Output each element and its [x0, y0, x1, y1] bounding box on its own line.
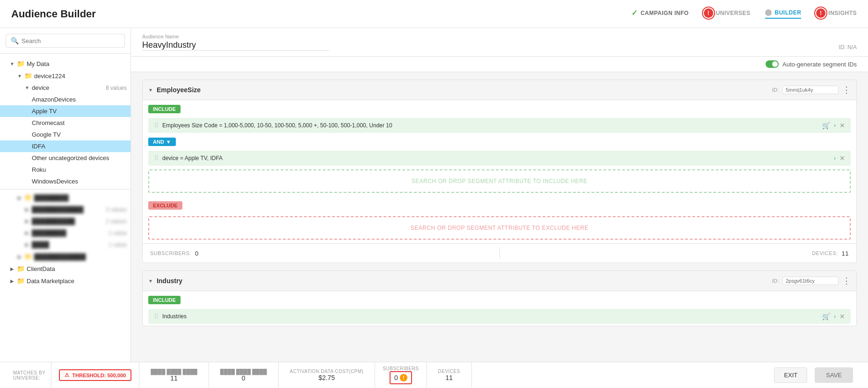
client-data-label: ClientData: [27, 265, 55, 272]
blurred-label: ████████: [32, 229, 66, 236]
list-item[interactable]: Chromecast: [0, 117, 130, 129]
tree-item-device1224[interactable]: ▼ 📁 device1224: [0, 70, 130, 82]
threshold-text: THRESHOLD: 500,000: [72, 373, 126, 378]
include-section: INCLUDE ⠿ Employees Size Code = 1,000-5,…: [143, 100, 856, 133]
search-wrapper: 🔍: [6, 34, 125, 48]
drag-handle-icon[interactable]: ⠿: [154, 154, 159, 162]
audience-id: ID: N/A: [839, 44, 857, 51]
and-button[interactable]: AND ▼: [148, 138, 176, 146]
tree-item-blurred-sub4[interactable]: ▶ ████ 1 value: [0, 239, 130, 250]
tree-item-blurred-sub2[interactable]: ▶ ██████████ 2 values: [0, 215, 130, 227]
top-header: Audience Builder ✓ CAMPAIGN INFO ! UNIVE…: [0, 0, 868, 28]
segment-id-label: ID:: [772, 278, 779, 284]
tree-container: ▼ 📁 My Data ▼ 📁 device1224 ▼ device 8 va…: [0, 54, 130, 362]
list-item[interactable]: Google TV: [0, 129, 130, 140]
close-icon[interactable]: ✕: [839, 154, 845, 162]
folder-icon: 📁: [24, 253, 32, 260]
rule-text: device = Apple TV, IDFA: [162, 155, 830, 161]
include-badge: INCLUDE: [148, 105, 181, 113]
segment-id-input[interactable]: [782, 86, 839, 94]
check-icon: ✓: [631, 8, 638, 17]
tree-item-my-data[interactable]: ▼ 📁 My Data: [0, 58, 130, 70]
segment-menu-icon[interactable]: ⋮: [842, 276, 851, 286]
tree-item-blurred-1[interactable]: ▶ 📁 ████████: [0, 191, 130, 204]
app-title: Audience Builder: [11, 8, 96, 20]
tree-item-blurred-sub3[interactable]: ▶ ████████ 1 value: [0, 227, 130, 239]
list-item[interactable]: Apple TV: [0, 105, 130, 117]
blurred-label: ██████████: [32, 218, 75, 225]
segment-footer: SUBSCRIBERS: 0 DEVICES: 11: [143, 243, 856, 263]
tab-builder[interactable]: BUILDER: [765, 9, 801, 19]
list-item[interactable]: Roku: [0, 164, 130, 176]
close-icon[interactable]: ✕: [839, 122, 845, 129]
rule-row: ⠿ device = Apple TV, IDFA › ✕: [148, 151, 851, 166]
include-section: INCLUDE ⠿ Industries 🛒 › ✕: [143, 291, 856, 324]
chevron-right-icon: ▶: [17, 195, 22, 200]
subscribers-section: SUBSCRIBERS 0 !: [375, 362, 427, 388]
list-item[interactable]: AmazonDevices: [0, 94, 130, 105]
toggle-label: Auto-generate segment IDs: [782, 61, 857, 68]
segment-menu-icon[interactable]: ⋮: [842, 85, 851, 95]
tab-campaign-info[interactable]: ✓ CAMPAIGN INFO: [631, 8, 688, 19]
list-item[interactable]: IDFA: [0, 140, 130, 152]
drag-handle-icon[interactable]: ⠿: [154, 313, 159, 320]
drag-handle-icon[interactable]: ⠿: [154, 122, 159, 129]
main-content: 🔍 ▼ 📁 My Data ▼ 📁 device1224 ▼ device 8 …: [0, 28, 868, 362]
segments-area: ▼ EmployeeSize ID: ⋮ INCLUDE ⠿ Employees…: [131, 72, 868, 362]
exclude-badge: EXCLUDE: [148, 201, 182, 210]
device-count: 8 values: [106, 85, 127, 91]
chevron-right-icon[interactable]: ›: [834, 313, 836, 320]
audience-name-input[interactable]: [142, 40, 329, 51]
chevron-right-icon[interactable]: ›: [834, 155, 836, 161]
tree-item-blurred-2[interactable]: ▶ 📁 ████████████: [0, 250, 130, 263]
folder-icon: 📁: [24, 72, 32, 80]
chevron-right-icon: ▶: [9, 266, 15, 271]
save-button[interactable]: SAVE: [815, 367, 853, 383]
threshold-badge: ⚠ THRESHOLD: 500,000: [59, 369, 131, 381]
segment-id-input[interactable]: [782, 277, 839, 285]
item-label: Chromecast: [32, 119, 65, 126]
segment-chevron-icon[interactable]: ▼: [148, 88, 153, 93]
devices-label: DEVICES:: [812, 250, 838, 256]
tree-divider: [0, 189, 130, 190]
segment-chevron-icon[interactable]: ▼: [148, 278, 153, 284]
tree-item-device[interactable]: ▼ device 8 values: [0, 82, 130, 94]
cart-icon[interactable]: 🛒: [822, 122, 830, 129]
folder-icon: 📁: [17, 277, 25, 285]
item-label: WindowsDevices: [32, 178, 78, 185]
item-label: Apple TV: [32, 108, 57, 115]
chevron-down-icon: ▼: [166, 139, 171, 145]
tree-item-client-data[interactable]: ▶ 📁 ClientData: [0, 263, 130, 275]
chevron-down-icon: ▼: [24, 85, 30, 90]
cart-icon[interactable]: 🛒: [822, 313, 830, 320]
close-icon[interactable]: ✕: [839, 313, 845, 320]
circle-icon-builder: [765, 9, 772, 16]
exit-button[interactable]: EXIT: [774, 367, 807, 383]
subscribers-section: SUBSCRIBERS: 0: [150, 248, 499, 259]
blurred-count: 3 values: [106, 206, 127, 213]
blurred-bottom-label2: ████ ████ ████: [220, 369, 267, 374]
subscribers-warn-badge: 0 !: [390, 371, 412, 384]
segment-card-header: ▼ Industry ID: ⋮: [143, 271, 856, 291]
chevron-right-icon[interactable]: ›: [834, 122, 836, 129]
matches-label: MATCHES BY: [13, 370, 45, 375]
rule-row: ⠿ Employees Size Code = 1,000-5,000, 10-…: [148, 118, 851, 133]
list-item[interactable]: Other uncategorized devices: [0, 152, 130, 164]
tree-item-data-marketplace[interactable]: ▶ 📁 Data Marketplace: [0, 275, 130, 287]
nav-tabs: ✓ CAMPAIGN INFO ! UNIVERSES BUILDER ! IN…: [631, 8, 857, 20]
auto-generate-toggle[interactable]: [766, 60, 779, 68]
item-label: Roku: [32, 166, 46, 173]
tab-insights[interactable]: ! INSIGHTS: [816, 8, 857, 20]
chevron-right-icon: ▶: [24, 207, 30, 212]
tab-universes[interactable]: ! UNIVERSES: [704, 8, 751, 20]
warn-small-icon: !: [400, 374, 407, 381]
my-data-label: My Data: [27, 60, 49, 67]
include-drop-zone[interactable]: SEARCH OR DROP SEGMENT ATTRIBUTE TO INCL…: [148, 169, 851, 193]
search-input[interactable]: [22, 37, 120, 44]
subscribers-value: 0: [394, 374, 398, 381]
exclude-drop-zone[interactable]: SEARCH OR DROP SEGMENT ATTRIBUTE TO EXCL…: [148, 216, 851, 240]
tree-item-blurred-sub1[interactable]: ▶ ████████████ 3 values: [0, 204, 130, 215]
item-label: AmazonDevices: [32, 96, 76, 103]
audience-name-section: Audience Name: [142, 34, 329, 51]
list-item[interactable]: WindowsDevices: [0, 176, 130, 187]
